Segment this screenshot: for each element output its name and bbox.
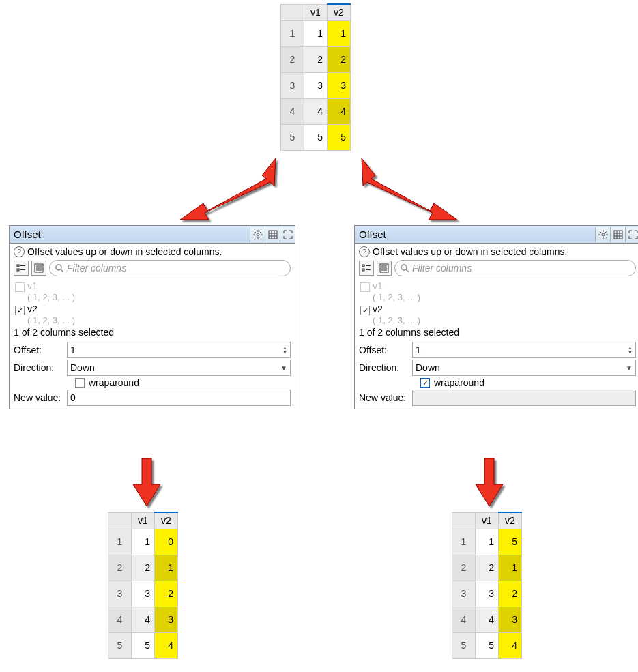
cell[interactable]: 4 bbox=[132, 607, 155, 632]
data-grid[interactable]: v1v2110221332443554 bbox=[108, 512, 178, 659]
svg-line-10 bbox=[255, 237, 256, 238]
row-header[interactable]: 2 bbox=[281, 46, 304, 72]
cell-highlighted[interactable]: 3 bbox=[328, 72, 351, 98]
expand-icon[interactable] bbox=[625, 227, 638, 242]
cell[interactable]: 5 bbox=[132, 632, 155, 658]
direction-label: Direction: bbox=[14, 362, 67, 373]
cell[interactable]: 5 bbox=[476, 632, 499, 658]
cell-highlighted[interactable]: 1 bbox=[328, 20, 351, 46]
cell-highlighted[interactable]: 4 bbox=[155, 632, 178, 658]
data-grid[interactable]: v1v2111222333444555 bbox=[280, 3, 351, 151]
cell[interactable]: 1 bbox=[476, 529, 499, 555]
cell-highlighted[interactable]: 4 bbox=[328, 98, 351, 124]
row-header[interactable]: 1 bbox=[452, 529, 476, 555]
cell[interactable]: 5 bbox=[304, 124, 328, 150]
newvalue-label: New value: bbox=[14, 392, 67, 403]
newvalue-input[interactable]: 0 bbox=[67, 390, 291, 406]
expand-icon[interactable] bbox=[280, 227, 295, 242]
cell[interactable]: 4 bbox=[304, 98, 328, 124]
cell-highlighted[interactable]: 0 bbox=[155, 529, 178, 555]
cell-highlighted[interactable]: 3 bbox=[499, 607, 522, 632]
row-header[interactable]: 4 bbox=[452, 607, 476, 632]
cell[interactable]: 3 bbox=[476, 581, 499, 607]
row-header[interactable]: 2 bbox=[108, 555, 132, 581]
row-header[interactable]: 5 bbox=[108, 632, 132, 658]
gear-icon[interactable] bbox=[595, 227, 610, 242]
offset-spinner[interactable]: 1▲▼ bbox=[412, 342, 636, 358]
cell[interactable]: 4 bbox=[476, 607, 499, 632]
wraparound-checkbox[interactable] bbox=[75, 378, 85, 388]
cell-highlighted[interactable]: 5 bbox=[499, 529, 522, 555]
svg-line-7 bbox=[255, 231, 256, 233]
row-header[interactable]: 3 bbox=[281, 72, 304, 98]
grid-icon[interactable] bbox=[610, 227, 625, 242]
column-checkbox[interactable]: ✓ bbox=[360, 306, 370, 315]
panel-titlebar: Offset bbox=[10, 226, 295, 244]
cell-highlighted[interactable]: 2 bbox=[155, 581, 178, 607]
newvalue-input bbox=[412, 390, 636, 406]
cell[interactable]: 1 bbox=[304, 20, 328, 46]
select-all-icon[interactable] bbox=[14, 261, 29, 276]
svg-line-9 bbox=[260, 231, 261, 233]
svg-marker-1 bbox=[362, 158, 457, 220]
help-icon[interactable]: ? bbox=[359, 246, 370, 257]
arrow-to-left bbox=[180, 158, 276, 220]
select-all-icon[interactable] bbox=[359, 261, 374, 276]
row-header[interactable]: 1 bbox=[281, 20, 304, 46]
filter-columns-input[interactable]: Filter columns bbox=[394, 260, 636, 276]
filter-columns-input[interactable]: Filter columns bbox=[49, 260, 291, 276]
direction-dropdown[interactable]: Down▼ bbox=[412, 360, 636, 376]
row-header[interactable]: 4 bbox=[108, 607, 132, 632]
row-header[interactable]: 3 bbox=[108, 581, 132, 607]
column-checkbox[interactable]: ✓ bbox=[15, 306, 25, 315]
column-name: v1 bbox=[27, 280, 38, 291]
cell-highlighted[interactable]: 1 bbox=[155, 555, 178, 581]
column-header[interactable]: v2 bbox=[328, 4, 351, 20]
cell[interactable]: 2 bbox=[476, 555, 499, 581]
column-header[interactable]: v2 bbox=[499, 512, 522, 529]
selection-summary: 1 of 2 columns selected bbox=[14, 325, 291, 340]
column-item-v1: v1( 1, 2, 3, ... ) bbox=[14, 279, 291, 302]
cell-highlighted[interactable]: 2 bbox=[328, 46, 351, 72]
svg-point-2 bbox=[257, 233, 259, 236]
data-grid[interactable]: v1v2115221332443554 bbox=[452, 512, 522, 659]
grid-icon[interactable] bbox=[265, 227, 280, 242]
select-none-icon[interactable] bbox=[377, 261, 392, 276]
select-none-icon[interactable] bbox=[31, 261, 46, 276]
svg-point-48 bbox=[401, 265, 407, 270]
cell-highlighted[interactable]: 2 bbox=[499, 581, 522, 607]
row-header[interactable]: 2 bbox=[452, 555, 476, 581]
column-checkbox[interactable] bbox=[360, 282, 370, 292]
column-header[interactable]: v1 bbox=[476, 512, 499, 529]
column-header[interactable]: v2 bbox=[155, 512, 178, 529]
row-header[interactable]: 4 bbox=[281, 98, 304, 124]
column-header[interactable]: v1 bbox=[132, 512, 155, 529]
direction-dropdown[interactable]: Down▼ bbox=[67, 360, 291, 376]
cell-highlighted[interactable]: 1 bbox=[499, 555, 522, 581]
row-header[interactable]: 5 bbox=[452, 632, 476, 658]
cell-highlighted[interactable]: 3 bbox=[155, 607, 178, 632]
row-header[interactable]: 1 bbox=[108, 529, 132, 555]
newvalue-label: New value: bbox=[359, 392, 412, 403]
column-checkbox[interactable] bbox=[15, 282, 25, 292]
direction-label: Direction: bbox=[359, 362, 412, 373]
cell[interactable]: 2 bbox=[304, 46, 328, 72]
cell[interactable]: 1 bbox=[132, 529, 155, 555]
help-icon[interactable]: ? bbox=[14, 246, 25, 257]
cell[interactable]: 3 bbox=[304, 72, 328, 98]
selection-summary: 1 of 2 columns selected bbox=[359, 325, 636, 340]
row-header[interactable]: 3 bbox=[452, 581, 476, 607]
wraparound-label: wraparound bbox=[434, 377, 484, 388]
offset-spinner[interactable]: 1▲▼ bbox=[67, 342, 291, 358]
svg-marker-50 bbox=[133, 458, 160, 506]
wraparound-checkbox[interactable]: ✓ bbox=[420, 378, 430, 388]
gear-icon[interactable] bbox=[250, 227, 265, 242]
row-header[interactable]: 5 bbox=[281, 124, 304, 150]
panel-titlebar: Offset bbox=[355, 226, 638, 244]
column-header[interactable]: v1 bbox=[304, 4, 328, 20]
offset-label: Offset: bbox=[14, 345, 67, 355]
cell[interactable]: 3 bbox=[132, 581, 155, 607]
cell-highlighted[interactable]: 4 bbox=[499, 632, 522, 658]
cell-highlighted[interactable]: 5 bbox=[328, 124, 351, 150]
cell[interactable]: 2 bbox=[132, 555, 155, 581]
